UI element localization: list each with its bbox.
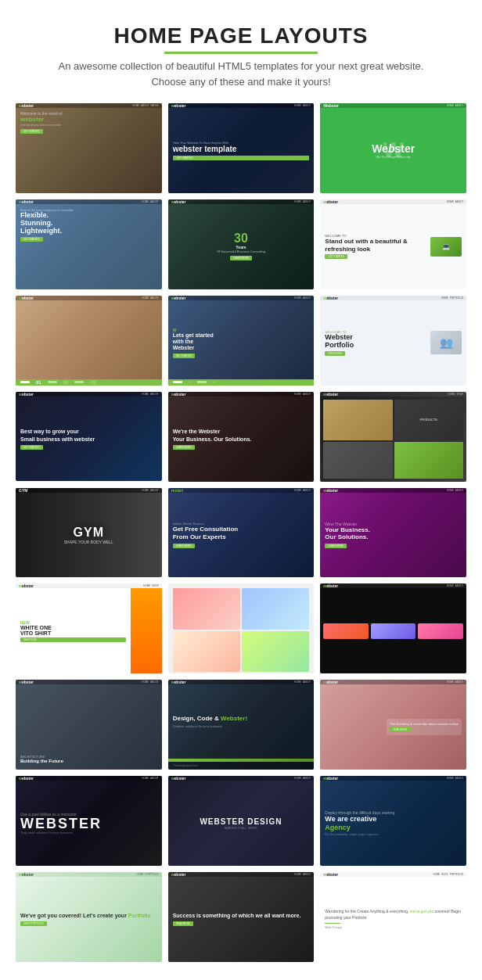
- page-wrapper: HOME PAGE LAYOUTS An awesome collection …: [0, 0, 482, 978]
- template-card-13[interactable]: GYM HOME ABOUT GYM SHAPE YOUR BODY WELL: [16, 488, 162, 578]
- template-card-16[interactable]: webster HOME SHOP NEW WHITE ONEVITO SHIR…: [16, 583, 162, 673]
- page-title: HOME PAGE LAYOUTS: [113, 23, 368, 54]
- template-card-9[interactable]: webster HOME PORTFOLIO WELCOME TO Webste…: [320, 296, 466, 386]
- template-card-20[interactable]: webster HOME ABOUT Design, Code & Webste…: [168, 680, 315, 770]
- template-card-14[interactable]: restart HOME ABOUT Infinite Starter Repo…: [168, 488, 315, 578]
- template-card-26[interactable]: webster HOME ABOUT Success is something …: [168, 872, 315, 962]
- template-card-2[interactable]: webster HOME ABOUT Take Your Website To …: [168, 103, 315, 193]
- template-card-6[interactable]: webster HOME ABOUT WELCOME TO Stand out …: [320, 199, 466, 289]
- template-card-15[interactable]: webster HOME ABOUT Wine The Webster Your…: [320, 488, 466, 578]
- template-card-25[interactable]: webster HOME PORTFOLIO We've got you cov…: [16, 872, 162, 962]
- template-card-19[interactable]: webster HOME ABOUT ARCHITECTURE Building…: [16, 680, 162, 770]
- template-card-10[interactable]: webster HOME ABOUT Best way to grow your…: [16, 392, 162, 482]
- template-card-1[interactable]: webster HOME ABOUT PAGES Welcome to the …: [16, 103, 162, 193]
- template-card-5[interactable]: webster HOME ABOUT 30 Years Of Successfu…: [168, 199, 315, 289]
- template-card-3[interactable]: Webster HOME ABOUT W Webster We Do Thing…: [320, 103, 466, 193]
- templates-grid: webster HOME ABOUT PAGES Welcome to the …: [16, 103, 466, 962]
- template-card-27[interactable]: webster HOME BLOG PORTFOLIO Wandering fo…: [320, 872, 466, 962]
- template-card-12[interactable]: webster HOME SHOP PRODUCTS: [320, 392, 466, 482]
- template-card-4[interactable]: webster HOME ABOUT Best of the best mult…: [16, 199, 162, 289]
- template-card-11[interactable]: webster HOME ABOUT We're the WebsterYour…: [168, 392, 315, 482]
- template-card-22[interactable]: webster HOME ABOUT Use a past defeat as …: [16, 776, 162, 866]
- template-card-8[interactable]: webster HOME ABOUT W Lets get startedwit…: [168, 296, 315, 386]
- template-card-24[interactable]: webster HOME ABOUT Deploy through the di…: [320, 776, 466, 866]
- template-card-7[interactable]: webster HOME ABOUT 01 02 03: [16, 296, 162, 386]
- template-card-18[interactable]: webster HOME ABOUT: [320, 583, 466, 673]
- header-section: HOME PAGE LAYOUTS An awesome collection …: [16, 23, 466, 89]
- template-card-23[interactable]: webster HOME ABOUT WEBSTER DESIGN MAKING…: [168, 776, 315, 866]
- page-subtitle: An awesome collection of beautiful HTML5…: [53, 59, 429, 89]
- template-card-21[interactable]: webster HOME ABOUT The first thing to re…: [320, 680, 466, 770]
- template-card-17[interactable]: [168, 583, 315, 673]
